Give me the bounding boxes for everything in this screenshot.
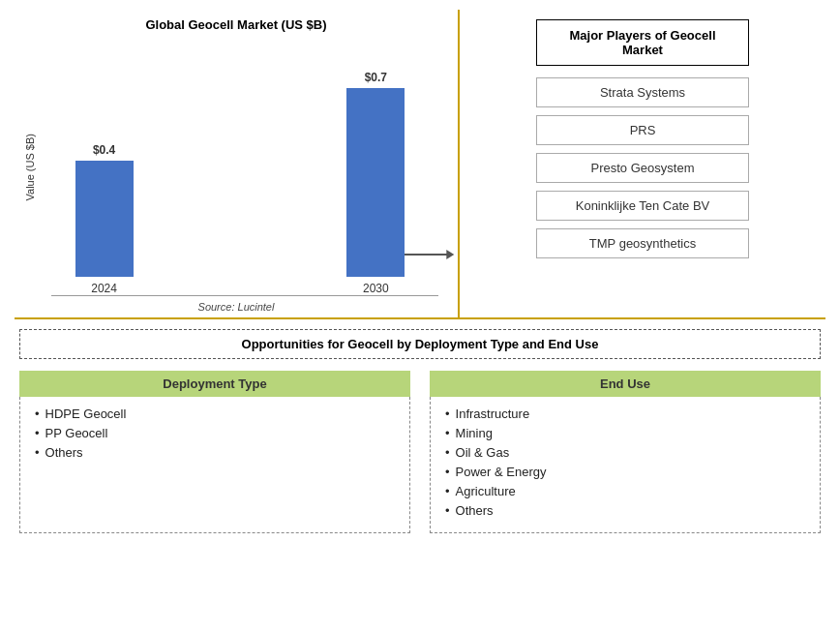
main-container: Global Geocell Market (US $B) Value (US … [0,0,840,632]
player-koninklijke: Koninklijke Ten Cate BV [536,191,749,221]
enduse-header: End Use [430,371,821,397]
x-axis-line [51,295,438,296]
enduse-infrastructure: Infrastructure [445,406,805,421]
chart-wrapper: Value (US $B) $0.4 2024 8.2% [24,38,448,296]
deployment-list: HDPE Geocell PP Geocell Others [35,406,395,460]
deployment-item-others: Others [35,445,395,460]
enduse-list: Infrastructure Mining Oil & Gas Power & … [445,406,805,518]
deployment-header: Deployment Type [19,371,410,397]
players-area: Major Players of GeocellMarket Strata Sy… [460,10,825,317]
player-strata: Strata Systems [536,77,749,107]
deployment-column: Deployment Type HDPE Geocell PP Geocell … [19,371,410,533]
bar-group-2030: $0.7 2030 [346,71,405,295]
bar-label-2030: 2030 [363,282,389,295]
bar-2030 [346,88,405,277]
enduse-oil-gas: Oil & Gas [445,445,805,460]
bar-value-2030: $0.7 [365,71,387,84]
bar-value-2024: $0.4 [93,143,115,157]
enduse-mining: Mining [445,426,805,440]
chart-inner: $0.4 2024 8.2% $0.7 [42,61,448,296]
arrow-line [400,254,448,256]
bar-2024 [75,161,134,277]
bars-container: $0.4 2024 8.2% $0.7 [42,61,448,295]
bottom-section: Opportunities for Geocell by Deployment … [15,319,825,622]
players-title: Major Players of GeocellMarket [536,19,749,66]
chart-title: Global Geocell Market (US $B) [145,17,326,32]
enduse-column: End Use Infrastructure Mining Oil & Gas … [430,371,821,533]
player-presto: Presto Geosystem [536,153,749,183]
bar-group-2024: $0.4 2024 [75,143,134,295]
enduse-list-box: Infrastructure Mining Oil & Gas Power & … [430,397,821,533]
deployment-item-hdpe: HDPE Geocell [35,406,395,421]
enduse-agriculture: Agriculture [445,484,805,498]
opportunities-content: Deployment Type HDPE Geocell PP Geocell … [19,371,821,533]
opportunities-title: Opportunities for Geocell by Deployment … [19,329,821,359]
chart-area: Global Geocell Market (US $B) Value (US … [15,10,460,317]
enduse-others: Others [445,503,805,518]
deployment-item-pp: PP Geocell [35,426,395,440]
top-section: Global Geocell Market (US $B) Value (US … [15,10,825,319]
enduse-power-energy: Power & Energy [445,465,805,479]
player-prs: PRS [536,115,749,145]
player-tmp: TMP geosynthetics [536,228,749,258]
source-text: Source: Lucintel [198,301,275,313]
bar-label-2024: 2024 [91,282,117,295]
y-axis-label: Value (US $B) [24,134,36,201]
deployment-list-box: HDPE Geocell PP Geocell Others [19,397,410,533]
